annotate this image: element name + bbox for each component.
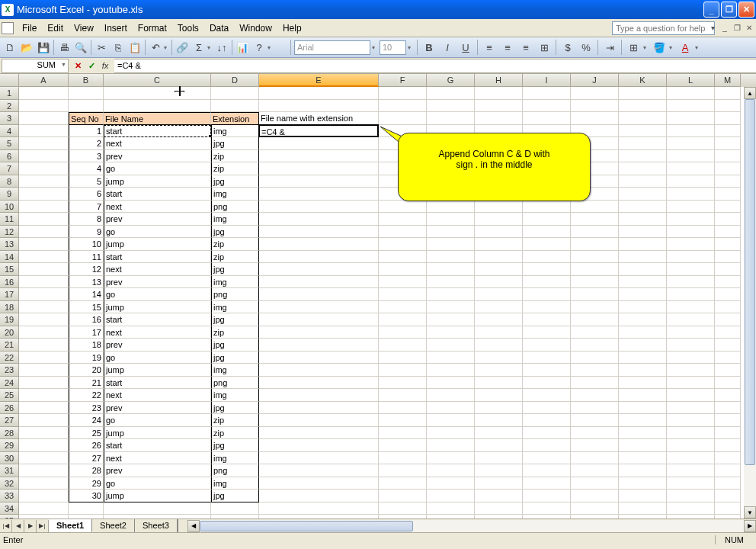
cell-L28[interactable] xyxy=(667,427,715,440)
fname-27[interactable]: go xyxy=(104,414,211,427)
doc-close-button[interactable]: ✕ xyxy=(744,24,754,32)
fname-6[interactable]: prev xyxy=(104,150,211,163)
close-button[interactable]: ✕ xyxy=(738,2,754,18)
column-header-B[interactable]: B xyxy=(69,74,104,87)
fname-12[interactable]: go xyxy=(104,226,211,239)
column-header-E[interactable]: E xyxy=(259,74,379,87)
align-center-button[interactable]: ≡ xyxy=(499,39,516,56)
cell-J2[interactable] xyxy=(571,100,619,113)
cell-M7[interactable] xyxy=(715,162,741,175)
sheet-tab-Sheet3[interactable]: Sheet3 xyxy=(135,519,178,532)
cell-F11[interactable] xyxy=(379,213,427,226)
cell-G17[interactable] xyxy=(427,288,475,301)
cell-H2[interactable] xyxy=(475,100,523,113)
fname-18[interactable]: jump xyxy=(104,301,211,314)
cell-A19[interactable] xyxy=(19,313,69,326)
menu-view[interactable]: View xyxy=(69,21,99,35)
cell-L29[interactable] xyxy=(667,439,715,452)
cell-H34[interactable] xyxy=(475,502,523,515)
cell-A20[interactable] xyxy=(19,326,69,339)
menu-edit[interactable]: Edit xyxy=(42,21,69,35)
seq-15[interactable]: 12 xyxy=(69,263,104,276)
cell-A29[interactable] xyxy=(19,439,69,452)
cell-K27[interactable] xyxy=(619,414,667,427)
cell-L18[interactable] xyxy=(667,301,715,314)
cell-K19[interactable] xyxy=(619,313,667,326)
cell-E5[interactable] xyxy=(259,137,379,150)
cell-M12[interactable] xyxy=(715,226,741,239)
cell-J19[interactable] xyxy=(571,313,619,326)
fname-32[interactable]: go xyxy=(104,477,211,490)
cell-A23[interactable] xyxy=(19,364,69,377)
fname-29[interactable]: start xyxy=(104,439,211,452)
cell-G16[interactable] xyxy=(427,276,475,289)
cell-F15[interactable] xyxy=(379,263,427,276)
cell-K26[interactable] xyxy=(619,402,667,415)
cell-F13[interactable] xyxy=(379,238,427,251)
underline-button[interactable]: U xyxy=(457,39,474,56)
cell-M27[interactable] xyxy=(715,414,741,427)
cell-G32[interactable] xyxy=(427,477,475,490)
sheet-tab-Sheet1[interactable]: Sheet1 xyxy=(49,519,92,532)
row-header-1[interactable]: 1 xyxy=(0,87,19,100)
fname-19[interactable]: start xyxy=(104,313,211,326)
cell-F18[interactable] xyxy=(379,301,427,314)
seq-12[interactable]: 9 xyxy=(69,226,104,239)
seq-22[interactable]: 19 xyxy=(69,352,104,364)
cell-M30[interactable] xyxy=(715,452,741,465)
ext-24[interactable]: png xyxy=(211,377,259,390)
cell-F29[interactable] xyxy=(379,439,427,452)
cell-E23[interactable] xyxy=(259,364,379,377)
cell-F30[interactable] xyxy=(379,452,427,465)
cell-G20[interactable] xyxy=(427,326,475,339)
seq-5[interactable]: 2 xyxy=(69,137,104,150)
seq-23[interactable]: 20 xyxy=(69,364,104,377)
ext-7[interactable]: zip xyxy=(211,162,259,175)
cell-A8[interactable] xyxy=(19,175,69,188)
undo-dropdown[interactable]: ▾ xyxy=(164,44,170,51)
cell-E28[interactable] xyxy=(259,427,379,440)
cell-E6[interactable] xyxy=(259,150,379,163)
select-all-corner[interactable] xyxy=(0,74,19,87)
cell-I13[interactable] xyxy=(523,238,571,251)
cell-K10[interactable] xyxy=(619,201,667,214)
column-header-H[interactable]: H xyxy=(475,74,523,87)
cell-M34[interactable] xyxy=(715,502,741,515)
v-scroll-thumb[interactable] xyxy=(745,99,755,465)
cell-G22[interactable] xyxy=(427,352,475,364)
fname-21[interactable]: prev xyxy=(104,339,211,352)
column-header-C[interactable]: C xyxy=(104,74,211,87)
seq-32[interactable]: 29 xyxy=(69,477,104,490)
cell-K33[interactable] xyxy=(619,490,667,502)
cell-M32[interactable] xyxy=(715,477,741,490)
row-header-32[interactable]: 32 xyxy=(0,477,19,490)
cell-K30[interactable] xyxy=(619,452,667,465)
ext-27[interactable]: zip xyxy=(211,414,259,427)
cell-J1[interactable] xyxy=(571,87,619,100)
cell-K17[interactable] xyxy=(619,288,667,301)
sheet-tab-Sheet2[interactable]: Sheet2 xyxy=(92,519,135,532)
cell-K31[interactable] xyxy=(619,464,667,477)
cell-E32[interactable] xyxy=(259,477,379,490)
cell-J32[interactable] xyxy=(571,477,619,490)
hyperlink-button[interactable]: 🔗 xyxy=(174,39,191,56)
cell-L21[interactable] xyxy=(667,339,715,352)
row-header-34[interactable]: 34 xyxy=(0,502,19,515)
cell-J23[interactable] xyxy=(571,364,619,377)
cell-I16[interactable] xyxy=(523,276,571,289)
seq-7[interactable]: 4 xyxy=(69,162,104,175)
tab-prev-button[interactable]: ◀ xyxy=(12,520,24,532)
cell-M4[interactable] xyxy=(715,125,741,138)
fill-dropdown[interactable]: ▾ xyxy=(669,44,675,51)
cell-A5[interactable] xyxy=(19,137,69,150)
percent-button[interactable]: % xyxy=(578,39,594,56)
cell-G35[interactable] xyxy=(427,515,475,518)
row-header-18[interactable]: 18 xyxy=(0,301,19,314)
cell-I28[interactable] xyxy=(523,427,571,440)
cell-L16[interactable] xyxy=(667,276,715,289)
cell-L5[interactable] xyxy=(667,137,715,150)
currency-button[interactable]: $ xyxy=(559,39,576,56)
cell-K23[interactable] xyxy=(619,364,667,377)
cell-K35[interactable] xyxy=(619,515,667,518)
cell-K7[interactable] xyxy=(619,162,667,175)
